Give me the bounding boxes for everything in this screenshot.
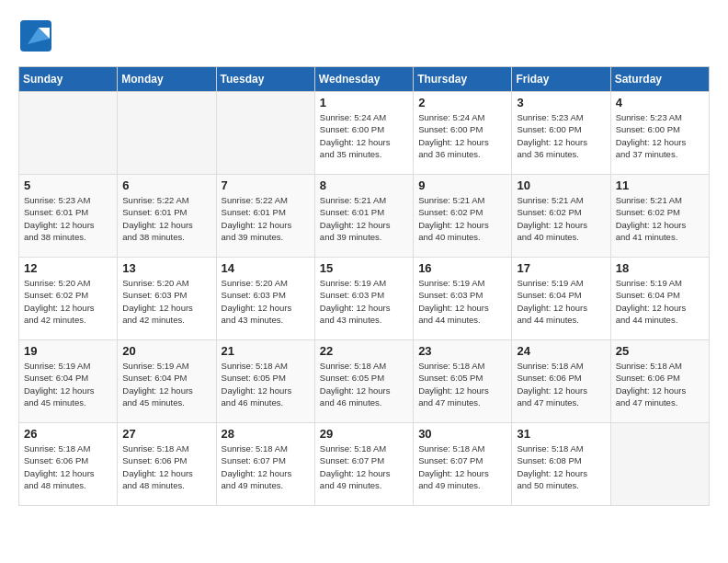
calendar-cell: 16Sunrise: 5:19 AM Sunset: 6:03 PM Dayli…: [414, 258, 512, 340]
day-info: Sunrise: 5:18 AM Sunset: 6:06 PM Dayligh…: [24, 442, 112, 491]
day-info: Sunrise: 5:19 AM Sunset: 6:03 PM Dayligh…: [418, 277, 506, 326]
calendar-cell: [610, 423, 709, 506]
day-number: 19: [24, 344, 112, 358]
calendar-week-row: 5Sunrise: 5:23 AM Sunset: 6:01 PM Daylig…: [19, 175, 710, 258]
calendar-week-row: 1Sunrise: 5:24 AM Sunset: 6:00 PM Daylig…: [19, 92, 710, 175]
calendar-cell: 2Sunrise: 5:24 AM Sunset: 6:00 PM Daylig…: [414, 92, 512, 175]
calendar-table: SundayMondayTuesdayWednesdayThursdayFrid…: [18, 66, 710, 506]
day-info: Sunrise: 5:24 AM Sunset: 6:00 PM Dayligh…: [320, 111, 408, 160]
day-info: Sunrise: 5:20 AM Sunset: 6:03 PM Dayligh…: [122, 277, 210, 326]
day-number: 25: [616, 344, 704, 358]
weekday-header: Wednesday: [314, 67, 413, 92]
calendar-cell: 20Sunrise: 5:19 AM Sunset: 6:04 PM Dayli…: [118, 340, 216, 423]
calendar-cell: 26Sunrise: 5:18 AM Sunset: 6:06 PM Dayli…: [19, 423, 118, 506]
day-info: Sunrise: 5:18 AM Sunset: 6:06 PM Dayligh…: [616, 360, 704, 408]
day-number: 21: [222, 344, 310, 358]
calendar-cell: [118, 92, 216, 175]
day-number: 13: [122, 261, 210, 275]
calendar-week-row: 26Sunrise: 5:18 AM Sunset: 6:06 PM Dayli…: [19, 423, 710, 506]
calendar-cell: 25Sunrise: 5:18 AM Sunset: 6:06 PM Dayli…: [610, 340, 709, 423]
day-number: 10: [517, 178, 605, 192]
calendar-cell: 1Sunrise: 5:24 AM Sunset: 6:00 PM Daylig…: [314, 92, 413, 175]
calendar-cell: 28Sunrise: 5:18 AM Sunset: 6:07 PM Dayli…: [216, 423, 314, 506]
day-number: 2: [418, 96, 506, 109]
calendar-cell: 23Sunrise: 5:18 AM Sunset: 6:05 PM Dayli…: [414, 340, 512, 423]
calendar-cell: 30Sunrise: 5:18 AM Sunset: 6:07 PM Dayli…: [414, 423, 512, 506]
day-number: 9: [418, 178, 506, 192]
day-info: Sunrise: 5:18 AM Sunset: 6:06 PM Dayligh…: [122, 442, 210, 491]
calendar-cell: 24Sunrise: 5:18 AM Sunset: 6:06 PM Dayli…: [512, 340, 610, 423]
day-number: 22: [320, 344, 408, 358]
day-info: Sunrise: 5:18 AM Sunset: 6:05 PM Dayligh…: [222, 360, 310, 408]
day-info: Sunrise: 5:18 AM Sunset: 6:07 PM Dayligh…: [418, 442, 506, 491]
calendar-header-row: SundayMondayTuesdayWednesdayThursdayFrid…: [19, 67, 710, 92]
day-number: 29: [320, 427, 408, 441]
day-number: 6: [122, 178, 210, 192]
calendar-cell: 5Sunrise: 5:23 AM Sunset: 6:01 PM Daylig…: [19, 175, 118, 258]
day-number: 24: [517, 344, 605, 358]
day-info: Sunrise: 5:18 AM Sunset: 6:08 PM Dayligh…: [517, 442, 605, 491]
day-info: Sunrise: 5:21 AM Sunset: 6:01 PM Dayligh…: [320, 194, 408, 243]
day-info: Sunrise: 5:21 AM Sunset: 6:02 PM Dayligh…: [418, 194, 506, 243]
calendar-cell: 27Sunrise: 5:18 AM Sunset: 6:06 PM Dayli…: [118, 423, 216, 506]
day-number: 15: [320, 261, 408, 275]
calendar-cell: [19, 92, 118, 175]
calendar-cell: 13Sunrise: 5:20 AM Sunset: 6:03 PM Dayli…: [118, 258, 216, 340]
day-info: Sunrise: 5:19 AM Sunset: 6:03 PM Dayligh…: [320, 277, 408, 326]
day-info: Sunrise: 5:20 AM Sunset: 6:03 PM Dayligh…: [222, 277, 310, 326]
day-info: Sunrise: 5:22 AM Sunset: 6:01 PM Dayligh…: [222, 194, 310, 243]
calendar-cell: 8Sunrise: 5:21 AM Sunset: 6:01 PM Daylig…: [314, 175, 413, 258]
day-info: Sunrise: 5:19 AM Sunset: 6:04 PM Dayligh…: [616, 277, 704, 326]
calendar-week-row: 19Sunrise: 5:19 AM Sunset: 6:04 PM Dayli…: [19, 340, 710, 423]
day-info: Sunrise: 5:18 AM Sunset: 6:06 PM Dayligh…: [517, 360, 605, 408]
day-info: Sunrise: 5:19 AM Sunset: 6:04 PM Dayligh…: [122, 360, 210, 408]
day-info: Sunrise: 5:20 AM Sunset: 6:02 PM Dayligh…: [24, 277, 112, 326]
day-info: Sunrise: 5:18 AM Sunset: 6:05 PM Dayligh…: [320, 360, 408, 408]
day-info: Sunrise: 5:21 AM Sunset: 6:02 PM Dayligh…: [517, 194, 605, 243]
day-number: 31: [517, 427, 605, 441]
calendar-cell: 3Sunrise: 5:23 AM Sunset: 6:00 PM Daylig…: [512, 92, 610, 175]
calendar-cell: 18Sunrise: 5:19 AM Sunset: 6:04 PM Dayli…: [610, 258, 709, 340]
weekday-header: Friday: [512, 67, 610, 92]
day-number: 7: [222, 178, 310, 192]
day-number: 23: [418, 344, 506, 358]
day-number: 14: [222, 261, 310, 275]
calendar-cell: 19Sunrise: 5:19 AM Sunset: 6:04 PM Dayli…: [19, 340, 118, 423]
day-number: 26: [24, 427, 112, 441]
day-number: 11: [616, 178, 704, 192]
weekday-header: Thursday: [414, 67, 512, 92]
weekday-header: Saturday: [610, 67, 709, 92]
calendar-cell: 12Sunrise: 5:20 AM Sunset: 6:02 PM Dayli…: [19, 258, 118, 340]
day-info: Sunrise: 5:18 AM Sunset: 6:07 PM Dayligh…: [320, 442, 408, 491]
day-info: Sunrise: 5:19 AM Sunset: 6:04 PM Dayligh…: [24, 360, 112, 408]
calendar-cell: [216, 92, 314, 175]
day-number: 17: [517, 261, 605, 275]
day-number: 28: [222, 427, 310, 441]
day-info: Sunrise: 5:24 AM Sunset: 6:00 PM Dayligh…: [418, 111, 506, 160]
day-number: 5: [24, 178, 112, 192]
calendar-cell: 7Sunrise: 5:22 AM Sunset: 6:01 PM Daylig…: [216, 175, 314, 258]
page-header: [18, 18, 710, 57]
calendar-cell: 22Sunrise: 5:18 AM Sunset: 6:05 PM Dayli…: [314, 340, 413, 423]
day-number: 27: [122, 427, 210, 441]
day-info: Sunrise: 5:23 AM Sunset: 6:00 PM Dayligh…: [616, 111, 704, 160]
logo: [18, 18, 58, 57]
logo-icon: [18, 18, 53, 53]
day-number: 16: [418, 261, 506, 275]
weekday-header: Sunday: [19, 67, 118, 92]
day-info: Sunrise: 5:19 AM Sunset: 6:04 PM Dayligh…: [517, 277, 605, 326]
day-number: 20: [122, 344, 210, 358]
day-number: 30: [418, 427, 506, 441]
calendar-cell: 15Sunrise: 5:19 AM Sunset: 6:03 PM Dayli…: [314, 258, 413, 340]
calendar-cell: 10Sunrise: 5:21 AM Sunset: 6:02 PM Dayli…: [512, 175, 610, 258]
day-number: 1: [320, 96, 408, 109]
day-info: Sunrise: 5:22 AM Sunset: 6:01 PM Dayligh…: [122, 194, 210, 243]
calendar-cell: 14Sunrise: 5:20 AM Sunset: 6:03 PM Dayli…: [216, 258, 314, 340]
weekday-header: Monday: [118, 67, 216, 92]
day-number: 18: [616, 261, 704, 275]
day-number: 4: [616, 96, 704, 109]
day-info: Sunrise: 5:23 AM Sunset: 6:01 PM Dayligh…: [24, 194, 112, 243]
calendar-cell: 9Sunrise: 5:21 AM Sunset: 6:02 PM Daylig…: [414, 175, 512, 258]
weekday-header: Tuesday: [216, 67, 314, 92]
day-number: 3: [517, 96, 605, 109]
